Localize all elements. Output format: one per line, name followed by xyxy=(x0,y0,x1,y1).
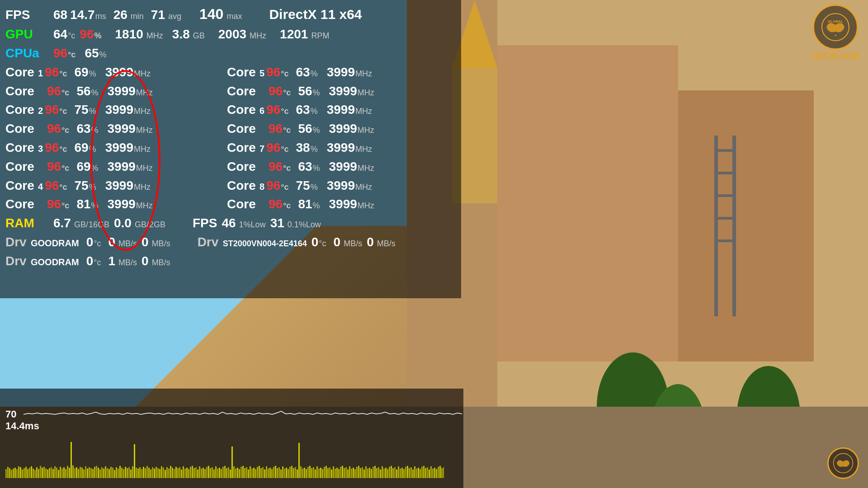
gpu-fan-unit: RPM xyxy=(311,30,329,41)
svg-rect-230 xyxy=(389,467,390,478)
core-r-clock: 3999 xyxy=(329,83,357,100)
core-r-label: Core xyxy=(227,64,259,81)
svg-rect-157 xyxy=(257,467,258,478)
svg-rect-213 xyxy=(358,466,359,478)
svg-rect-148 xyxy=(241,467,242,478)
svg-rect-120 xyxy=(190,467,191,478)
drv1-temp: 0 xyxy=(86,234,94,251)
svg-rect-140 xyxy=(226,468,227,478)
ms-graph-label: 14.4ms xyxy=(5,420,458,432)
core-r-clock: 3999 xyxy=(329,196,357,213)
svg-rect-160 xyxy=(262,467,264,478)
core-r-temp: 96 xyxy=(266,177,280,194)
core-temp: 96 xyxy=(47,158,61,175)
svg-rect-38 xyxy=(42,468,43,478)
svg-rect-43 xyxy=(51,467,52,478)
core-label: Core xyxy=(5,158,37,175)
core-r-clock: 3999 xyxy=(327,64,355,81)
drv3-name: ST2000VN004-2E4164 xyxy=(223,238,307,249)
svg-rect-77 xyxy=(112,468,113,478)
fps-min-unit: min xyxy=(131,11,144,22)
svg-rect-19 xyxy=(7,467,9,478)
svg-rect-233 xyxy=(394,467,396,478)
svg-rect-29 xyxy=(25,467,27,478)
svg-rect-80 xyxy=(118,469,119,478)
core-left-row-2: Core 2 96 °c 75 % 3999 MHz xyxy=(5,100,227,119)
core-temp: 96 xyxy=(47,196,61,213)
gecid-circle-bottom xyxy=(827,447,859,479)
core-label: Core xyxy=(5,120,37,137)
svg-rect-242 xyxy=(410,467,412,478)
cpu-temp-unit: °c xyxy=(68,49,75,60)
svg-rect-232 xyxy=(392,468,394,478)
svg-rect-95 xyxy=(145,468,146,478)
cpu-load: 65 xyxy=(85,45,99,62)
core-r-label: Core xyxy=(227,120,259,137)
svg-rect-161 xyxy=(264,469,265,478)
svg-rect-237 xyxy=(401,468,403,478)
svg-rect-169 xyxy=(278,467,280,478)
gpu-mem: 3.8 xyxy=(172,26,190,43)
core-left-row-3: Core 96 °c 63 % 3999 MHz xyxy=(5,119,227,138)
core-right-row-7: Core 96 °c 81 % 3999 MHz xyxy=(227,195,453,214)
svg-rect-59 xyxy=(80,467,81,478)
svg-rect-137 xyxy=(221,469,222,478)
svg-rect-155 xyxy=(253,468,255,478)
svg-rect-178 xyxy=(295,467,296,478)
directx-label: DirectX 11 x64 xyxy=(269,5,362,24)
svg-rect-146 xyxy=(237,468,238,478)
svg-rect-72 xyxy=(103,469,104,478)
svg-rect-224 xyxy=(378,467,379,478)
core-r-load: 81 xyxy=(298,196,312,213)
drive-row-1: Drv GOODRAM 0 °c 0 MB/s 0 MB/s Drv ST200… xyxy=(5,233,456,252)
svg-rect-234 xyxy=(396,469,397,478)
core-r-temp: 96 xyxy=(269,120,283,137)
svg-rect-144 xyxy=(233,466,235,478)
ram-swap-used: 0.0 xyxy=(114,215,132,232)
core-r-load: 56 xyxy=(298,120,312,137)
svg-rect-164 xyxy=(269,468,271,478)
svg-rect-249 xyxy=(423,466,425,478)
svg-rect-53 xyxy=(69,468,70,478)
svg-rect-27 xyxy=(22,469,23,478)
cores-right: Core 5 96 °c 63 % 3999 MHz Core 96 °c 56… xyxy=(227,63,453,214)
svg-rect-167 xyxy=(275,466,276,478)
svg-rect-66 xyxy=(92,469,94,478)
ram-row: RAM 6.7 GB/16GB 0.0 GB/2GB FPS 46 1%Low … xyxy=(5,214,456,233)
svg-rect-194 xyxy=(324,467,325,478)
svg-rect-79 xyxy=(116,467,117,478)
svg-rect-260 xyxy=(443,467,444,478)
svg-rect-60 xyxy=(81,468,83,478)
fps-low-label: FPS xyxy=(193,215,217,232)
svg-rect-214 xyxy=(360,468,361,478)
svg-rect-189 xyxy=(315,469,316,478)
svg-rect-250 xyxy=(425,468,426,478)
svg-rect-222 xyxy=(374,466,376,478)
svg-rect-159 xyxy=(260,468,262,478)
gpu-clock-unit: MHz xyxy=(146,30,163,41)
core-temp: 96 xyxy=(47,83,61,100)
svg-rect-110 xyxy=(172,468,173,478)
svg-rect-124 xyxy=(197,469,198,478)
core-clock: 3999 xyxy=(105,101,133,118)
svg-rect-94 xyxy=(143,467,144,478)
core-r-temp: 96 xyxy=(266,139,280,156)
drive-row-2: Drv GOODRAM 0 °c 1 MB/s 0 MB/s xyxy=(5,252,456,271)
core-right-row-3: Core 96 °c 56 % 3999 MHz xyxy=(227,119,453,138)
svg-rect-231 xyxy=(391,466,392,478)
gpu-mem-clock: 2003 xyxy=(218,26,246,43)
drv3-read: 0 xyxy=(334,234,341,251)
svg-rect-112 xyxy=(175,467,177,478)
core-right-row-2: Core 6 96 °c 63 % 3999 MHz xyxy=(227,100,453,119)
svg-rect-104 xyxy=(161,466,162,478)
svg-rect-67 xyxy=(94,467,95,478)
gpu-row: GPU 64 °c 96 % 1810 MHz 3.8 GB 2003 MHz … xyxy=(5,25,456,44)
core-label: Core xyxy=(5,64,37,81)
fps-graph-label: 70 xyxy=(5,408,16,420)
svg-rect-117 xyxy=(184,469,186,478)
svg-rect-130 xyxy=(208,466,209,478)
svg-text:GLOBAL: GLOBAL xyxy=(828,19,843,23)
fps-1low-label: 1%Low xyxy=(239,219,266,230)
svg-rect-50 xyxy=(63,467,65,478)
svg-rect-258 xyxy=(439,466,441,478)
